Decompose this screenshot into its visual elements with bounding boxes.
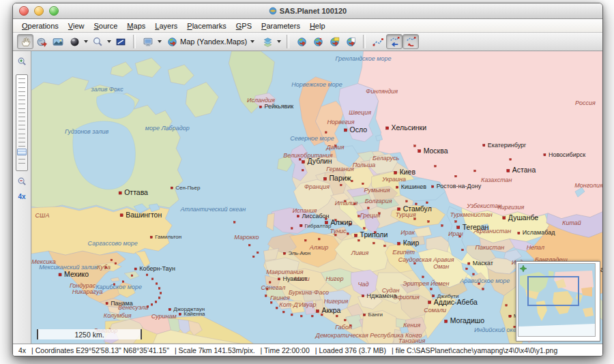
zoom-in-icon bbox=[17, 57, 27, 67]
download-map-button[interactable] bbox=[326, 34, 342, 49]
menu-maps[interactable]: Maps bbox=[122, 20, 150, 31]
data-source-icon bbox=[143, 36, 154, 48]
map-label-city: Нджамена bbox=[367, 292, 397, 299]
zoom-window-button[interactable] bbox=[49, 6, 59, 16]
map-label-city: Исламабад bbox=[523, 230, 555, 237]
menu-source[interactable]: Source bbox=[89, 20, 122, 31]
menu-view[interactable]: View bbox=[63, 20, 89, 31]
menu-gps[interactable]: GPS bbox=[231, 20, 257, 31]
zoom-sphere-button[interactable] bbox=[66, 34, 83, 49]
zoom-sidebar: 4x bbox=[13, 51, 31, 344]
map-label-town: Гамильтон bbox=[155, 234, 181, 240]
city-marker bbox=[433, 295, 435, 297]
city-marker bbox=[59, 273, 61, 276]
map-area[interactable]: Гренландское мореНорвежское морезалив Фо… bbox=[31, 51, 602, 344]
search-button[interactable] bbox=[89, 34, 106, 49]
map-label-capital: Москва bbox=[424, 147, 448, 155]
source-dropdown[interactable] bbox=[158, 40, 162, 43]
map-label-country: Колумбия bbox=[104, 312, 132, 319]
download-cache-button[interactable] bbox=[342, 34, 359, 49]
toolbar-group-navigation bbox=[17, 34, 129, 49]
map-label-country: Алжир bbox=[309, 244, 328, 251]
map-label-country: Демократическая Республика Конго bbox=[315, 332, 422, 339]
selection-previous-button[interactable] bbox=[386, 34, 403, 49]
download-update-button[interactable] bbox=[310, 34, 326, 49]
fullscreen-button[interactable] bbox=[50, 34, 66, 49]
zoom-in-button[interactable] bbox=[16, 55, 29, 70]
map-label-sea: Северное море bbox=[290, 135, 334, 142]
minimap-settings-icon[interactable] bbox=[520, 265, 527, 272]
map-label-country: Кения bbox=[403, 322, 420, 329]
menu-operations[interactable]: Operations bbox=[17, 20, 63, 31]
minimap-viewport[interactable] bbox=[527, 276, 579, 306]
pan-button[interactable] bbox=[17, 34, 33, 49]
menu-parameters[interactable]: Parameters bbox=[257, 20, 305, 31]
town-marker bbox=[269, 282, 271, 284]
minimap[interactable] bbox=[516, 261, 600, 342]
map-label-sea: море Лабрадор bbox=[145, 125, 190, 132]
town-marker bbox=[430, 288, 433, 290]
map-label-country: Украина bbox=[381, 176, 406, 183]
town-marker bbox=[435, 165, 437, 167]
map-label-country: Китай bbox=[562, 219, 581, 226]
city-marker bbox=[418, 150, 421, 153]
close-button[interactable] bbox=[19, 6, 29, 16]
menu-layers[interactable]: Layers bbox=[150, 20, 182, 31]
city-marker bbox=[325, 222, 328, 224]
goto-button[interactable] bbox=[33, 34, 50, 49]
selection-delete-button[interactable] bbox=[403, 34, 419, 49]
map-label-town: Кайенна bbox=[184, 311, 205, 317]
map-type-dropdown[interactable] bbox=[250, 40, 254, 43]
zoom-tick bbox=[18, 87, 25, 88]
map-label-capital: Тегеран bbox=[463, 224, 489, 231]
data-source-button[interactable] bbox=[140, 34, 156, 49]
status-zoom: 4x bbox=[18, 346, 26, 354]
map-label-country: Франция bbox=[304, 183, 330, 190]
status-file: | file C:\SASPlanet\cache\yamapng\z4\0\x… bbox=[392, 346, 557, 354]
town-marker bbox=[115, 262, 117, 264]
town-marker bbox=[257, 252, 259, 254]
download-selection-button[interactable] bbox=[293, 34, 310, 49]
town-marker bbox=[351, 180, 353, 182]
town-marker bbox=[414, 145, 416, 147]
map-label-country: Сенегал bbox=[261, 284, 286, 291]
menu-help[interactable]: Help bbox=[305, 20, 330, 31]
select-region-button[interactable] bbox=[113, 34, 129, 49]
map-label-country: Эфиопия bbox=[393, 294, 420, 301]
map-label-town: Сен-Пьер bbox=[175, 185, 201, 191]
town-marker bbox=[158, 288, 160, 290]
layers-dropdown[interactable] bbox=[277, 40, 281, 43]
minimize-button[interactable] bbox=[34, 6, 44, 16]
town-marker bbox=[347, 233, 349, 235]
map-label-country: Куба bbox=[97, 264, 111, 271]
menu-placemarks[interactable]: Placemarks bbox=[182, 20, 231, 31]
search-dropdown[interactable] bbox=[107, 40, 111, 43]
city-marker bbox=[259, 106, 261, 108]
zoom-slider[interactable] bbox=[16, 74, 28, 171]
town-marker bbox=[265, 295, 267, 297]
town-marker bbox=[319, 238, 321, 240]
map-label-country: Габон bbox=[335, 324, 352, 331]
map-label-country: Россия bbox=[575, 100, 596, 106]
map-type-button[interactable]: Map (Yandex.Maps) bbox=[163, 34, 259, 49]
map-label-capital: Киев bbox=[400, 168, 416, 176]
map-label-country: Нигерия bbox=[324, 298, 349, 305]
map-label-capital: Аккра bbox=[322, 307, 341, 314]
town-marker bbox=[510, 159, 512, 161]
title-bar[interactable]: SAS.Planet 100120 bbox=[13, 3, 602, 19]
selection-delete-icon bbox=[405, 36, 417, 48]
minimap-world[interactable] bbox=[518, 263, 596, 337]
zoom-dropdown[interactable] bbox=[84, 40, 88, 43]
town-marker bbox=[300, 315, 302, 317]
map-label-country: Швеция bbox=[349, 109, 371, 116]
zoom-slider-handle[interactable] bbox=[17, 149, 27, 155]
map-label-capital: Хельсинки bbox=[392, 124, 427, 132]
route-points-button[interactable] bbox=[370, 34, 386, 49]
map-label-city: Лиссабон bbox=[302, 213, 329, 219]
download-cache-icon bbox=[345, 36, 357, 48]
city-marker bbox=[398, 242, 400, 245]
layers-button[interactable] bbox=[259, 34, 276, 49]
map-label-capital: Алжир bbox=[331, 219, 353, 226]
zoom-out-button[interactable] bbox=[16, 175, 29, 190]
map-label-country: Италия bbox=[335, 200, 358, 207]
